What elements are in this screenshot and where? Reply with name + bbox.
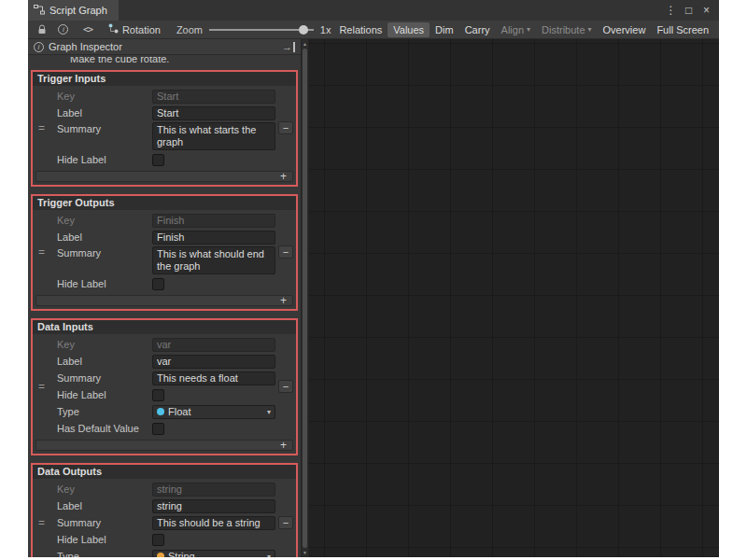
maximize-icon[interactable]: □ (680, 4, 698, 17)
label-row: Label (33, 105, 296, 120)
scroll-up-icon[interactable]: ▲ (302, 41, 308, 47)
chevron-down-icon: ▾ (527, 25, 530, 34)
summary-row: Summary This is what starts the graph (33, 122, 296, 150)
drag-handle-icon[interactable]: = (38, 123, 45, 133)
label-input[interactable] (152, 355, 275, 369)
section-trigger-inputs: Trigger Inputs = Key Label Summary (31, 70, 298, 187)
field-label: Hide Label (57, 388, 152, 402)
summary-input[interactable] (152, 371, 275, 385)
field-label: Summary (57, 516, 152, 530)
add-item-button[interactable]: + (275, 297, 292, 305)
hide-label-row: Hide Label (33, 152, 296, 167)
drag-handle-icon[interactable]: = (38, 382, 45, 391)
chevron-down-icon: ▾ (267, 553, 271, 558)
values-button[interactable]: Values (388, 22, 430, 37)
overview-button[interactable]: Overview (598, 22, 652, 37)
scroll-down-icon[interactable]: ▼ (302, 550, 308, 555)
label-input[interactable] (152, 106, 275, 120)
dim-button[interactable]: Dim (430, 22, 459, 37)
label-input[interactable] (152, 231, 275, 245)
inspector-title: Graph Inspector (49, 41, 122, 52)
graph-description-clipped: Make the cube rotate. (28, 57, 301, 68)
zoom-slider[interactable] (209, 23, 314, 36)
hide-label-checkbox[interactable] (152, 154, 164, 166)
code-icon[interactable]: <> (76, 22, 100, 37)
hide-label-row: Hide Label (33, 387, 296, 402)
list-item: = Key Label Summary (33, 337, 296, 436)
zoom-slider-handle[interactable] (299, 25, 308, 35)
add-item-button[interactable]: + (275, 173, 292, 181)
section-title: Data Inputs (33, 320, 296, 334)
section-title: Data Outputs (33, 465, 296, 479)
carry-button[interactable]: Carry (459, 22, 496, 37)
key-input (152, 214, 275, 228)
list-item: = Key Label Summary (33, 482, 296, 557)
zoom-value: 1x (320, 24, 331, 35)
field-label: Key (57, 90, 152, 104)
summary-row: Summary (33, 371, 296, 385)
remove-item-button[interactable]: − (278, 245, 293, 259)
inspector-content: Make the cube rotate. Trigger Inputs = K… (28, 55, 301, 557)
summary-textarea[interactable]: This is what should end the graph (152, 246, 275, 274)
hide-label-row: Hide Label (33, 532, 296, 547)
field-label: Summary (57, 122, 152, 136)
type-row: Type String ▾ (33, 549, 296, 557)
relations-button[interactable]: Relations (333, 22, 388, 37)
section-trigger-outputs: Trigger Outputs = Key Label Summary (31, 194, 298, 311)
list-footer: + (35, 440, 293, 451)
chevron-down-icon: ▾ (267, 408, 271, 416)
type-value: Float (168, 406, 190, 417)
field-label: Type (57, 550, 152, 558)
unity-editor-window: Script Graph ⋮ □ × i <> Rotation Zoom 1x… (28, 0, 719, 557)
summary-input[interactable] (152, 516, 275, 530)
remove-item-button[interactable]: − (278, 121, 293, 134)
zoom-label: Zoom (176, 24, 203, 35)
graph-grid-canvas[interactable] (309, 39, 719, 557)
menu-icon[interactable]: ⋮ (662, 4, 680, 17)
field-label: Key (57, 483, 152, 497)
label-input[interactable] (152, 499, 275, 513)
key-row: Key (33, 482, 296, 497)
field-label: Label (57, 106, 152, 120)
type-row: Type Float ▾ (33, 404, 296, 419)
window-controls: ⋮ □ × (662, 0, 719, 21)
drag-handle-icon[interactable]: = (38, 518, 45, 527)
remove-item-button[interactable]: − (278, 516, 293, 529)
full-screen-button[interactable]: Full Screen (651, 22, 714, 37)
type-dropdown[interactable]: String ▾ (152, 550, 275, 558)
drag-handle-icon[interactable]: = (38, 247, 45, 257)
title-bar: Script Graph ⋮ □ × (28, 0, 719, 21)
inspector-scrollbar[interactable]: ▲ ▼ (301, 39, 309, 557)
tab-script-graph[interactable]: Script Graph (28, 0, 119, 21)
list-footer: + (35, 171, 293, 182)
scrollbar-thumb[interactable] (303, 49, 307, 548)
dock-panel-icon[interactable]: → (282, 42, 295, 52)
list-footer: + (35, 295, 293, 306)
label-row: Label (33, 354, 296, 369)
script-graph-icon (34, 5, 45, 17)
field-label: Hide Label (57, 277, 152, 291)
key-row: Key (33, 337, 296, 352)
tab-title: Script Graph (49, 5, 107, 16)
has-default-checkbox[interactable] (152, 423, 164, 435)
type-dropdown[interactable]: Float ▾ (152, 405, 275, 419)
hide-label-checkbox[interactable] (152, 534, 164, 546)
summary-row: Summary (33, 515, 296, 530)
remove-item-button[interactable]: − (278, 380, 293, 393)
add-item-button[interactable]: + (275, 441, 292, 450)
summary-textarea[interactable]: This is what starts the graph (152, 122, 275, 150)
label-row: Label (33, 498, 296, 513)
info-icon[interactable]: i (54, 22, 73, 37)
field-label: Hide Label (57, 533, 152, 547)
close-icon[interactable]: × (698, 4, 715, 17)
key-input (152, 483, 275, 497)
hide-label-checkbox[interactable] (152, 389, 164, 401)
hide-label-checkbox[interactable] (152, 278, 164, 290)
info-icon: i (34, 42, 44, 52)
lock-icon[interactable] (33, 22, 51, 37)
field-label: Key (57, 338, 152, 352)
graph-inspector-panel: i Graph Inspector → Make the cube rotate… (28, 39, 301, 557)
graph-asset-icon (108, 23, 119, 35)
string-type-icon (157, 553, 164, 557)
graph-asset-button[interactable]: Rotation (103, 23, 166, 35)
